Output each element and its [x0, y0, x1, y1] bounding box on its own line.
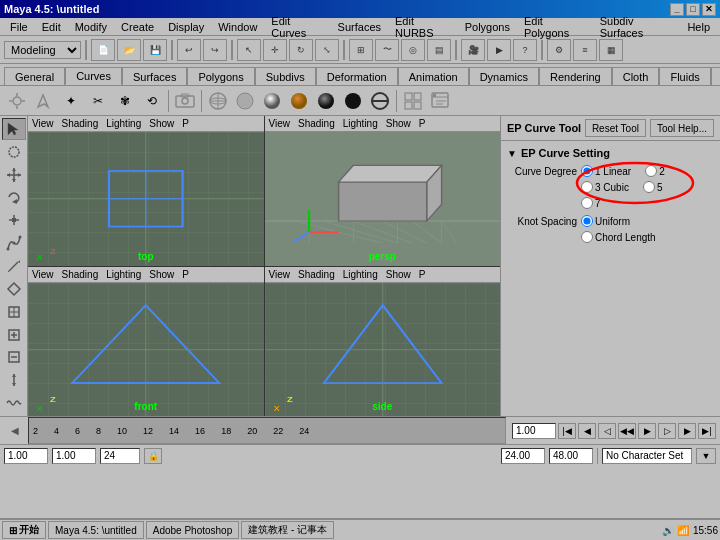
viewport-persp-canvas[interactable]: persp: [265, 132, 501, 266]
range-end-field[interactable]: 48.00: [549, 448, 593, 464]
radio-uniform-input[interactable]: [581, 215, 593, 227]
menu-display[interactable]: Display: [162, 20, 210, 34]
radio-uniform[interactable]: Uniform: [581, 215, 630, 227]
radio-chord-length-input[interactable]: [581, 231, 593, 243]
icon-preferences[interactable]: [427, 88, 453, 114]
settings-btn-2[interactable]: ≡: [573, 39, 597, 61]
tool-wave[interactable]: [2, 392, 26, 414]
settings-btn-3[interactable]: ▦: [599, 39, 623, 61]
redo-btn[interactable]: ↪: [203, 39, 227, 61]
menu-subdiv-surfaces[interactable]: Subdiv Surfaces: [594, 14, 680, 40]
icon-scissors[interactable]: ✂: [85, 88, 111, 114]
menu-modify[interactable]: Modify: [69, 20, 113, 34]
tool-resize[interactable]: [2, 369, 26, 391]
undo-btn[interactable]: ↩: [177, 39, 201, 61]
vp-persp-lighting[interactable]: Lighting: [343, 118, 378, 129]
close-button[interactable]: ✕: [702, 3, 716, 16]
vp-top-lighting[interactable]: Lighting: [106, 118, 141, 129]
vp-side-p[interactable]: P: [419, 269, 426, 280]
tab-general[interactable]: General: [4, 67, 65, 85]
tool-box[interactable]: [2, 301, 26, 323]
settings-btn-1[interactable]: ⚙: [547, 39, 571, 61]
timeline-bar[interactable]: 2 4 6 8 10 12 14 16 18 20 22 24: [28, 417, 506, 444]
tab-subdivs[interactable]: Subdivs: [255, 67, 316, 85]
frame-start-field[interactable]: 1.00: [4, 448, 48, 464]
go-start-btn[interactable]: |◀: [558, 423, 576, 439]
go-end-btn[interactable]: ▶|: [698, 423, 716, 439]
tool-lasso[interactable]: [2, 141, 26, 163]
vp-persp-shading[interactable]: Shading: [298, 118, 335, 129]
menu-file[interactable]: File: [4, 20, 34, 34]
vp-front-p[interactable]: P: [182, 269, 189, 280]
radio-1-linear-input[interactable]: [581, 165, 593, 177]
menu-edit-polygons[interactable]: Edit Polygons: [518, 14, 592, 40]
menu-surfaces[interactable]: Surfaces: [332, 20, 387, 34]
frame-end-field[interactable]: 1.00: [52, 448, 96, 464]
select-btn[interactable]: ↖: [237, 39, 261, 61]
menu-help[interactable]: Help: [681, 20, 716, 34]
help-btn[interactable]: ?: [513, 39, 537, 61]
vp-side-lighting[interactable]: Lighting: [343, 269, 378, 280]
tab-rendering[interactable]: Rendering: [539, 67, 612, 85]
icon-sphere-texture[interactable]: [286, 88, 312, 114]
icon-grid[interactable]: [400, 88, 426, 114]
icon-sphere-outline[interactable]: [367, 88, 393, 114]
menu-polygons[interactable]: Polygons: [459, 20, 516, 34]
viewport-side-canvas[interactable]: x z side: [265, 283, 501, 417]
taskbar-maya[interactable]: Maya 4.5: \untitled: [48, 521, 144, 539]
radio-1-linear[interactable]: 1 Linear: [581, 165, 631, 177]
vp-side-view[interactable]: View: [269, 269, 291, 280]
snap-curve-btn[interactable]: 〜: [375, 39, 399, 61]
tool-rotate[interactable]: [2, 187, 26, 209]
viewport-top-canvas[interactable]: x z top: [28, 132, 264, 266]
icon-sphere-smooth[interactable]: [259, 88, 285, 114]
menu-edit-nurbs[interactable]: Edit NURBS: [389, 14, 457, 40]
tool-diamond[interactable]: [2, 278, 26, 300]
frame-lock-btn[interactable]: 🔒: [144, 448, 162, 464]
range-start-field[interactable]: 24.00: [501, 448, 545, 464]
maximize-button[interactable]: □: [686, 3, 700, 16]
radio-5-input[interactable]: [643, 181, 655, 193]
tool-ep-curve[interactable]: [2, 232, 26, 254]
viewport-front-canvas[interactable]: x z front: [28, 283, 264, 417]
start-frame-field[interactable]: 1.00: [512, 423, 556, 439]
tool-help-button[interactable]: Tool Help...: [650, 119, 714, 137]
snap-surface-btn[interactable]: ▤: [427, 39, 451, 61]
ipr-btn[interactable]: ▶: [487, 39, 511, 61]
scale-btn[interactable]: ⤡: [315, 39, 339, 61]
tab-curves[interactable]: Curves: [65, 67, 122, 85]
vp-top-shading[interactable]: Shading: [62, 118, 99, 129]
icon-sun[interactable]: [4, 88, 30, 114]
new-file-btn[interactable]: 📄: [91, 39, 115, 61]
icon-sphere-flat[interactable]: [232, 88, 258, 114]
tab-animation[interactable]: Animation: [398, 67, 469, 85]
tab-fluids[interactable]: Fluids: [659, 67, 710, 85]
tool-add[interactable]: [2, 324, 26, 346]
char-set-btn[interactable]: ▼: [696, 448, 716, 464]
prev-frame-btn[interactable]: ◀: [578, 423, 596, 439]
snap-grid-btn[interactable]: ⊞: [349, 39, 373, 61]
icon-sphere-dark[interactable]: [313, 88, 339, 114]
taskbar-photoshop[interactable]: Adobe Photoshop: [146, 521, 240, 539]
radio-7[interactable]: 7: [581, 197, 601, 209]
current-frame-field[interactable]: 24: [100, 448, 140, 464]
vp-side-show[interactable]: Show: [386, 269, 411, 280]
vp-front-shading[interactable]: Shading: [62, 269, 99, 280]
radio-5[interactable]: 5: [643, 181, 663, 193]
radio-3-cubic[interactable]: 3 Cubic: [581, 181, 629, 193]
play-btn[interactable]: ▶: [638, 423, 656, 439]
reset-tool-button[interactable]: Reset Tool: [585, 119, 646, 137]
tool-pencil[interactable]: [2, 255, 26, 277]
radio-3-cubic-input[interactable]: [581, 181, 593, 193]
tab-surfaces[interactable]: Surfaces: [122, 67, 187, 85]
tab-fur[interactable]: Fur: [711, 67, 720, 85]
vp-side-shading[interactable]: Shading: [298, 269, 335, 280]
tab-dynamics[interactable]: Dynamics: [469, 67, 539, 85]
play-back-btn[interactable]: ◀◀: [618, 423, 636, 439]
mode-select[interactable]: Modeling Animation Dynamics Rendering: [4, 41, 81, 59]
icon-sphere-wire[interactable]: [205, 88, 231, 114]
tool-subtract[interactable]: [2, 346, 26, 368]
vp-persp-show[interactable]: Show: [386, 118, 411, 129]
vp-front-view[interactable]: View: [32, 269, 54, 280]
next-key-btn[interactable]: ▷: [658, 423, 676, 439]
